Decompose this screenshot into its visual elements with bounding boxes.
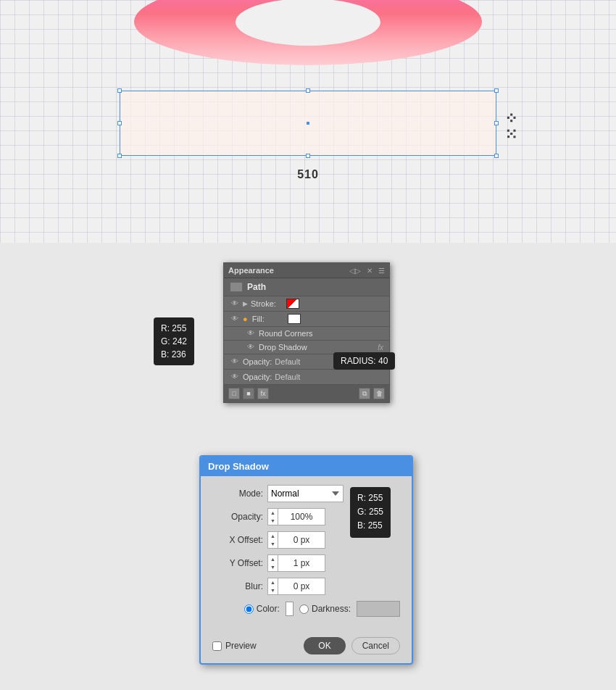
x-spinner-up[interactable]: ▲ (268, 532, 278, 540)
icon-cluster: ⁘⁙ (496, 112, 525, 141)
y-offset-row: Y Offset: ▲ ▼ 1 px (212, 554, 400, 572)
dialog-opacity-label: Opacity: (212, 512, 263, 522)
x-offset-value: 0 px (278, 535, 325, 545)
round-corners-visibility-icon[interactable]: 👁 (246, 328, 256, 338)
panel-delete-icon[interactable]: 🗑 (373, 388, 385, 399)
stroke-visibility-icon[interactable]: 👁 (230, 299, 240, 309)
fill-target-dot: ● (243, 315, 248, 323)
panel-collapse-btn[interactable]: ◁▷ (349, 267, 361, 275)
cancel-button[interactable]: Cancel (351, 637, 400, 654)
opacity-label-1: Opacity: (243, 357, 272, 366)
y-offset-label: Y Offset: (212, 558, 263, 568)
shadow-color-swatch[interactable] (286, 602, 294, 616)
opacity-row-2[interactable]: 👁 Opacity: Default (224, 370, 389, 385)
panel-duplicate-icon[interactable]: ⧉ (359, 388, 370, 399)
dialog-title: Drop Shadow (208, 461, 269, 472)
fill-row[interactable]: 👁 ● Fill: (224, 312, 389, 327)
fill-label: Fill: (252, 315, 285, 323)
y-spinner-arrows[interactable]: ▲ ▼ (268, 555, 278, 571)
darkness-radio[interactable] (299, 604, 309, 614)
panel-fx-icon[interactable]: fx (257, 388, 269, 399)
blur-spinner-up[interactable]: ▲ (268, 578, 278, 586)
blur-row: Blur: ▲ ▼ 0 px (212, 578, 400, 595)
panel-bottom-rect-icon[interactable]: □ (228, 388, 240, 399)
dialog-buttons: OK Cancel (304, 637, 400, 654)
round-corners-row[interactable]: 👁 Round Corners (224, 327, 389, 341)
handle-bottom-left[interactable] (117, 154, 122, 158)
handle-bottom-right[interactable] (494, 154, 499, 158)
shadow-rgb-tooltip: R: 255 G: 255 B: 255 (350, 487, 391, 538)
handle-bottom-mid[interactable] (306, 154, 310, 158)
appearance-panel: Appearance ◁▷ ✕ ☰ Path 👁 ▶ Stroke: 👁 ● F… (223, 262, 390, 403)
x-spinner-arrows[interactable]: ▲ ▼ (268, 532, 278, 548)
width-label: 510 (297, 168, 319, 181)
stroke-row[interactable]: 👁 ▶ Stroke: (224, 296, 389, 312)
stroke-expand-arrow[interactable]: ▶ (243, 300, 248, 307)
color-radio-option[interactable]: Color: (244, 604, 280, 614)
preview-label: Preview (225, 641, 257, 651)
panel-titlebar: Appearance ◁▷ ✕ ☰ (224, 263, 389, 278)
path-icon (230, 282, 243, 292)
fill-color-swatch[interactable] (288, 314, 301, 324)
center-dot (307, 122, 309, 125)
panel-menu-btn[interactable]: ☰ (378, 267, 385, 275)
panel-bottom-filled-icon[interactable]: ■ (243, 388, 254, 399)
shadow-g-value: G: 255 (357, 505, 383, 519)
opacity-spinner[interactable]: ▲ ▼ 100% (267, 508, 325, 525)
shadow-b-value: B: 255 (357, 519, 383, 533)
opacity-2-visibility-icon[interactable]: 👁 (230, 372, 240, 382)
panel-controls: ◁▷ ✕ ☰ (349, 267, 385, 275)
default-label-1: Default (275, 357, 300, 366)
opacity-spinner-down[interactable]: ▼ (268, 517, 278, 525)
path-header-row: Path (224, 278, 389, 296)
darkness-radio-option[interactable]: Darkness: (299, 604, 351, 614)
appearance-panel-title: Appearance (228, 266, 274, 275)
opacity-spinner-arrows[interactable]: ▲ ▼ (268, 509, 278, 525)
shadow-r-value: R: 255 (357, 491, 383, 505)
opacity-1-visibility-icon[interactable]: 👁 (230, 357, 240, 367)
ok-button[interactable]: OK (304, 637, 345, 654)
blur-spinner[interactable]: ▲ ▼ 0 px (267, 578, 325, 595)
fill-b-value: B: 236 (161, 348, 187, 361)
opacity-value: 100% (278, 512, 325, 522)
panel-bottom: □ ■ fx ⧉ 🗑 (224, 385, 389, 402)
handle-top-right[interactable] (494, 88, 499, 93)
cluster-icon: ⁘⁙ (504, 111, 517, 143)
blur-label: Blur: (212, 581, 263, 591)
color-radio-label: Color: (257, 604, 280, 614)
round-corners-label: Round Corners (259, 329, 313, 338)
y-spinner-up[interactable]: ▲ (268, 555, 278, 563)
x-spinner-down[interactable]: ▼ (268, 540, 278, 548)
color-darkness-row: Color: Darkness: 100% (212, 601, 400, 617)
mode-select[interactable]: Normal (267, 485, 344, 502)
handle-left-mid[interactable] (117, 121, 122, 125)
handle-top-mid[interactable] (306, 88, 310, 93)
path-label: Path (247, 282, 266, 292)
y-spinner-down[interactable]: ▼ (268, 563, 278, 571)
blur-spinner-arrows[interactable]: ▲ ▼ (268, 578, 278, 594)
drop-shadow-label: Drop Shadow (259, 343, 307, 352)
mode-label: Mode: (212, 489, 263, 499)
fill-g-value: G: 242 (161, 335, 187, 348)
x-offset-label: X Offset: (212, 535, 263, 545)
color-radio[interactable] (244, 604, 254, 614)
x-offset-spinner[interactable]: ▲ ▼ 0 px (267, 531, 325, 549)
panel-close-btn[interactable]: ✕ (367, 267, 372, 275)
canvas-area: ⁘⁙ 510 (0, 0, 616, 243)
fill-visibility-icon[interactable]: 👁 (230, 314, 240, 324)
opacity-label-2: Opacity: (243, 373, 272, 381)
handle-top-left[interactable] (117, 88, 122, 93)
blur-spinner-down[interactable]: ▼ (268, 586, 278, 594)
y-offset-spinner[interactable]: ▲ ▼ 1 px (267, 554, 325, 572)
opacity-spinner-up[interactable]: ▲ (268, 509, 278, 517)
drop-shadow-visibility-icon[interactable]: 👁 (246, 342, 256, 352)
stroke-color-swatch[interactable] (286, 299, 299, 309)
selected-rect-container[interactable] (120, 91, 496, 156)
y-offset-value: 1 px (278, 558, 325, 568)
dialog-titlebar: Drop Shadow (201, 457, 412, 476)
preview-checkbox[interactable] (212, 641, 222, 651)
darkness-input[interactable]: 100% (357, 601, 400, 617)
donut-hole (236, 0, 380, 46)
stroke-label: Stroke: (251, 299, 283, 308)
preview-option[interactable]: Preview (212, 641, 257, 651)
